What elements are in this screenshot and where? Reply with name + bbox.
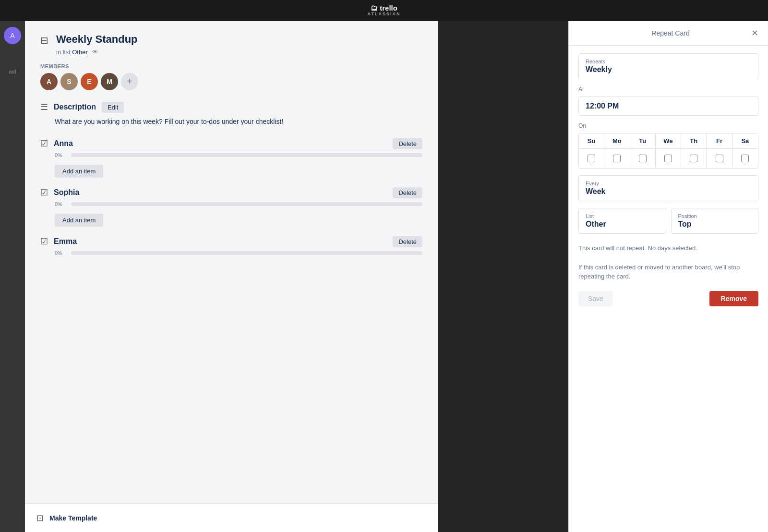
member-avatar-1[interactable]: A — [40, 73, 58, 90]
description-icon: ☰ — [40, 102, 48, 112]
repeats-field[interactable]: Repeats Weekly — [578, 53, 758, 79]
member-avatar-3[interactable]: E — [81, 73, 98, 90]
checkbox-tu[interactable] — [639, 155, 647, 162]
delete-checklist-sophia[interactable]: Delete — [393, 187, 422, 198]
days-grid: Su Mo Tu We Th Fr Sa — [578, 133, 758, 169]
day-header-sa: Sa — [732, 133, 758, 148]
checklist-icon-anna: ☑ — [40, 138, 48, 149]
remove-button[interactable]: Remove — [709, 291, 758, 306]
delete-checklist-anna[interactable]: Delete — [393, 138, 422, 149]
make-template-label: Make Template — [49, 514, 97, 522]
save-button[interactable]: Save — [578, 291, 613, 306]
list-value: Other — [586, 220, 659, 229]
add-item-sophia[interactable]: Add an item — [55, 214, 103, 227]
description-header: ☰ Description Edit — [40, 102, 422, 113]
trello-logo: 🗂 trello ATLASSIAN — [368, 4, 401, 17]
template-icon: ⊡ — [36, 513, 44, 523]
day-cell-sa — [732, 149, 758, 168]
progress-pct-sophia: 0% — [55, 201, 66, 207]
repeat-panel-header: Repeat Card ✕ — [569, 21, 768, 46]
day-cell-fr — [707, 149, 732, 168]
position-value: Top — [678, 220, 752, 229]
member-avatar-2[interactable]: S — [60, 73, 78, 90]
watch-icon[interactable]: 👁 — [92, 48, 98, 56]
days-header-row: Su Mo Tu We Th Fr Sa — [579, 133, 758, 149]
on-label: On — [578, 122, 758, 129]
checklist-name-anna: Anna — [54, 139, 73, 148]
add-item-anna[interactable]: Add an item — [55, 165, 103, 178]
list-label: List — [586, 213, 659, 219]
checklist-sophia-header: ☑ Sophia Delete — [40, 187, 422, 198]
every-label: Every — [586, 181, 751, 186]
make-template-bar[interactable]: ⊡ Make Template — [25, 503, 438, 532]
description-text: What are you working on this week? Fill … — [55, 117, 422, 127]
checkbox-fr[interactable] — [716, 155, 723, 162]
progress-emma: 0% — [55, 250, 422, 256]
repeats-value: Weekly — [586, 65, 751, 74]
checklist-icon-sophia: ☑ — [40, 187, 48, 198]
progress-pct-anna: 0% — [55, 152, 66, 158]
card-title: Weekly Standup — [56, 33, 138, 47]
progress-pct-emma: 0% — [55, 250, 66, 256]
day-cell-we — [656, 149, 681, 168]
card-list-link[interactable]: Other — [72, 48, 88, 56]
day-cell-tu — [630, 149, 656, 168]
checklist-emma-header: ☑ Emma Delete — [40, 236, 422, 247]
day-header-th: Th — [681, 133, 707, 148]
repeat-panel-title: Repeat Card — [590, 29, 751, 37]
repeat-buttons: Save Remove — [578, 291, 758, 306]
sidebar: A ard — [0, 21, 25, 532]
every-field[interactable]: Every Week — [578, 175, 758, 201]
repeat-card-panel: Repeat Card ✕ Repeats Weekly At 12:00 PM… — [568, 21, 768, 532]
card-header: ⊟ Weekly Standup in list Other 👁 — [40, 33, 422, 56]
repeats-label: Repeats — [586, 59, 751, 64]
every-value: Week — [586, 187, 751, 196]
card-list-info: in list Other 👁 — [56, 48, 138, 56]
add-member-button[interactable]: + — [121, 73, 138, 90]
checklist-sophia: ☑ Sophia Delete 0% Add an item — [40, 187, 422, 227]
progress-bar-bg-anna — [71, 153, 422, 157]
member-avatar-4[interactable]: M — [101, 73, 118, 90]
checklist-icon-emma: ☑ — [40, 236, 48, 247]
checklist-anna-header: ☑ Anna Delete — [40, 138, 422, 149]
progress-bar-bg-sophia — [71, 202, 422, 206]
time-field[interactable]: 12:00 PM — [578, 97, 758, 116]
repeat-panel-close[interactable]: ✕ — [751, 29, 758, 37]
repeat-info-line2: If this card is deleted or moved to anot… — [578, 263, 758, 281]
members-label: MEMBERS — [40, 63, 422, 69]
checklist-name-emma: Emma — [54, 237, 77, 246]
description-title: Description — [54, 103, 96, 111]
day-cell-su — [579, 149, 604, 168]
delete-checklist-emma[interactable]: Delete — [393, 236, 422, 247]
checkbox-mo[interactable] — [613, 155, 621, 162]
day-cell-mo — [604, 149, 630, 168]
sidebar-board-label: ard — [0, 69, 25, 74]
sidebar-avatar: A — [4, 27, 21, 44]
card-header-info: Weekly Standup in list Other 👁 — [56, 33, 138, 56]
checkbox-we[interactable] — [664, 155, 672, 162]
time-value: 12:00 PM — [586, 102, 751, 110]
progress-sophia: 0% — [55, 201, 422, 207]
day-header-tu: Tu — [630, 133, 656, 148]
progress-bar-bg-emma — [71, 251, 422, 255]
repeat-info-line1: This card will not repeat. No days selec… — [578, 243, 758, 253]
checkbox-sa[interactable] — [741, 155, 749, 162]
list-field[interactable]: List Other — [578, 208, 666, 234]
repeat-info: This card will not repeat. No days selec… — [578, 243, 758, 281]
checkbox-th[interactable] — [690, 155, 697, 162]
checkbox-su[interactable] — [588, 155, 595, 162]
day-header-fr: Fr — [707, 133, 732, 148]
list-position-row: List Other Position Top — [578, 208, 758, 234]
checklist-emma: ☑ Emma Delete 0% — [40, 236, 422, 256]
days-checkbox-row — [579, 149, 758, 168]
day-header-su: Su — [579, 133, 604, 148]
at-label: At — [578, 86, 758, 93]
top-bar: 🗂 trello ATLASSIAN — [0, 0, 768, 21]
repeat-panel-body: Repeats Weekly At 12:00 PM On Su Mo Tu W… — [569, 46, 768, 314]
description-edit-button[interactable]: Edit — [102, 102, 124, 113]
position-field[interactable]: Position Top — [671, 208, 759, 234]
checklist-name-sophia: Sophia — [54, 188, 79, 197]
progress-anna: 0% — [55, 152, 422, 158]
card-type-icon: ⊟ — [40, 35, 48, 46]
members-row: A S E M + — [40, 73, 422, 90]
